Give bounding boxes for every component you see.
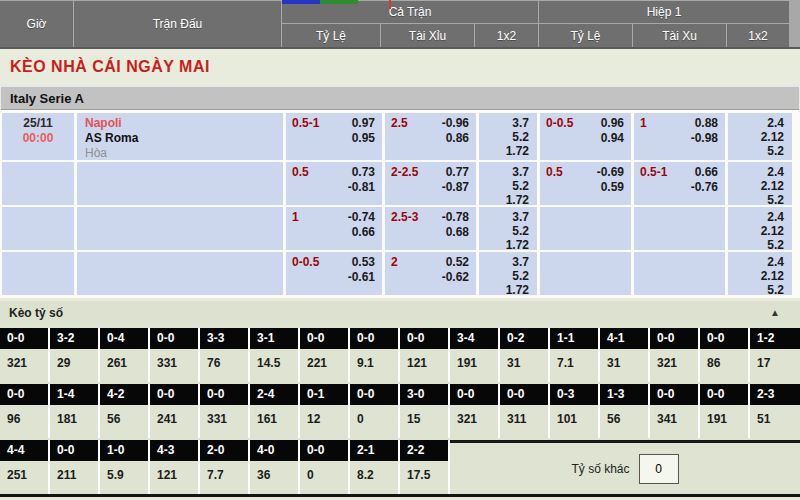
odds-value: 5.2 bbox=[479, 130, 529, 144]
score-odds: 121 bbox=[150, 461, 198, 494]
handicap-label: 0.5-1 bbox=[292, 116, 319, 160]
odds-value: -0.61 bbox=[348, 270, 375, 285]
score-row: 4-42510-02111-05.94-31212-07.74-0360-002… bbox=[0, 440, 800, 494]
handicap-label: 1 bbox=[640, 116, 647, 160]
odds-value: 2.4 bbox=[728, 165, 784, 179]
score-column: 2-351 bbox=[750, 384, 800, 438]
score-column: 3-376 bbox=[200, 328, 250, 382]
score-column: 2-07.7 bbox=[200, 440, 250, 494]
odds-column: -0.960.86 bbox=[442, 116, 469, 160]
score-odds: 56 bbox=[600, 405, 648, 438]
score-column: 0-0311 bbox=[500, 384, 550, 438]
score-cell: 0-0 bbox=[650, 384, 698, 405]
h1-1x2-cell: 2.42.125.2 bbox=[728, 162, 792, 205]
match-time: 00:00 bbox=[2, 131, 74, 146]
odds-value: 2.4 bbox=[728, 210, 784, 224]
score-column: 4-3121 bbox=[150, 440, 200, 494]
top-artifact-blue bbox=[282, 0, 320, 4]
score-cell: 4-4 bbox=[0, 440, 48, 461]
odds-column: -0.690.59 bbox=[597, 165, 624, 205]
odds-value: 0.77 bbox=[442, 165, 469, 180]
score-odds: 331 bbox=[200, 405, 248, 438]
h1-handicap-cell bbox=[540, 207, 631, 250]
match-time-cell bbox=[2, 207, 74, 250]
score-column: 1-4181 bbox=[50, 384, 100, 438]
score-cell: 0-0 bbox=[150, 384, 198, 405]
score-cell: 3-4 bbox=[450, 328, 498, 349]
score-odds: 121 bbox=[400, 349, 448, 382]
handicap-label: 2.5-3 bbox=[391, 210, 418, 250]
match-teams-cell: NapoliAS RomaHòa bbox=[77, 113, 283, 160]
col-header-h1-1x2: 1x2 bbox=[727, 24, 789, 47]
score-row: 0-0961-41814-2560-02410-03312-41610-1120… bbox=[0, 384, 800, 438]
score-cell: 0-0 bbox=[150, 328, 198, 349]
score-column: 3-015 bbox=[400, 384, 450, 438]
score-odds: 76 bbox=[200, 349, 248, 382]
home-team: Napoli bbox=[85, 116, 283, 131]
score-odds: 96 bbox=[0, 405, 48, 438]
odds-value: 5.2 bbox=[728, 238, 784, 252]
top-artifact-green bbox=[320, 0, 358, 4]
odds-value: 2.12 bbox=[728, 269, 784, 283]
col-header-hiep-1: Hiệp 1 bbox=[539, 1, 789, 23]
score-odds: 15 bbox=[400, 405, 448, 438]
away-team: AS Roma bbox=[85, 131, 283, 146]
ft-overunder-cell: 2.5-3-0.780.68 bbox=[385, 207, 476, 250]
score-odds: 29 bbox=[50, 349, 98, 382]
score-column: 0-0191 bbox=[700, 384, 750, 438]
other-score-input[interactable] bbox=[639, 454, 679, 484]
score-cell: 0-4 bbox=[100, 328, 148, 349]
score-odds: 321 bbox=[0, 349, 48, 382]
score-column: 2-18.2 bbox=[350, 440, 400, 494]
odds-value: 5.2 bbox=[479, 179, 529, 193]
score-cell: 2-1 bbox=[350, 440, 398, 461]
score-odds: 181 bbox=[50, 405, 98, 438]
col-header-ft-taixiu: Tài Xỉu bbox=[381, 24, 474, 47]
odds-value: 0.94 bbox=[601, 131, 624, 146]
score-cell: 4-1 bbox=[600, 328, 648, 349]
odds-column: -0.780.68 bbox=[442, 210, 469, 250]
h1-1x2-cell: 2.42.125.2 bbox=[728, 113, 792, 160]
h1-overunder-cell bbox=[634, 207, 725, 250]
score-cell: 2-4 bbox=[250, 384, 298, 405]
score-column: 0-0321 bbox=[450, 384, 500, 438]
score-column: 0-0241 bbox=[150, 384, 200, 438]
odds-column: 0.52-0.62 bbox=[442, 255, 469, 295]
col-header-h1-taixu: Tài Xu bbox=[633, 24, 726, 47]
handicap-label: 0.5 bbox=[546, 165, 563, 205]
score-column: 1-217 bbox=[750, 328, 800, 382]
score-odds: 321 bbox=[450, 405, 498, 438]
score-column: 0-3101 bbox=[550, 384, 600, 438]
match-time-cell bbox=[2, 252, 74, 295]
odds-value: 0.95 bbox=[352, 131, 375, 146]
handicap-label: 1 bbox=[292, 210, 299, 250]
score-cell: 0-0 bbox=[0, 384, 48, 405]
odds-column: -0.740.66 bbox=[348, 210, 375, 250]
score-cell: 0-0 bbox=[500, 384, 548, 405]
score-column: 0-00 bbox=[350, 384, 400, 438]
score-section-header: Kèo tỷ số ▲ bbox=[0, 301, 800, 324]
score-odds: 341 bbox=[650, 405, 698, 438]
score-cell: 1-0 bbox=[100, 440, 148, 461]
handicap-label: 2 bbox=[391, 255, 398, 295]
score-odds: 31 bbox=[600, 349, 648, 382]
odds-column: 0.53-0.61 bbox=[348, 255, 375, 295]
page-title: KÈO NHÀ CÁI NGÀY MAI bbox=[10, 58, 210, 76]
score-column: 1-356 bbox=[600, 384, 650, 438]
odds-value: 2.4 bbox=[728, 255, 784, 269]
odds-column: 0.73-0.81 bbox=[348, 165, 375, 205]
score-cell: 0-0 bbox=[300, 328, 348, 349]
ft-handicap-cell: 1-0.740.66 bbox=[286, 207, 382, 250]
league-header: Italy Serie A bbox=[1, 85, 799, 110]
score-cell: 0-3 bbox=[550, 384, 598, 405]
handicap-label: 0-0.5 bbox=[292, 255, 319, 295]
ft-overunder-cell: 2.5-0.960.86 bbox=[385, 113, 476, 160]
score-odds: 0 bbox=[350, 405, 398, 438]
collapse-arrow-icon[interactable]: ▲ bbox=[770, 307, 780, 318]
odds-value: 3.7 bbox=[479, 165, 529, 179]
score-odds: 7.1 bbox=[550, 349, 598, 382]
ft-overunder-cell: 2-2.50.77-0.87 bbox=[385, 162, 476, 205]
score-cell: 0-0 bbox=[50, 440, 98, 461]
handicap-label: 0.5 bbox=[292, 165, 309, 205]
h1-overunder-cell: 10.88-0.98 bbox=[634, 113, 725, 160]
